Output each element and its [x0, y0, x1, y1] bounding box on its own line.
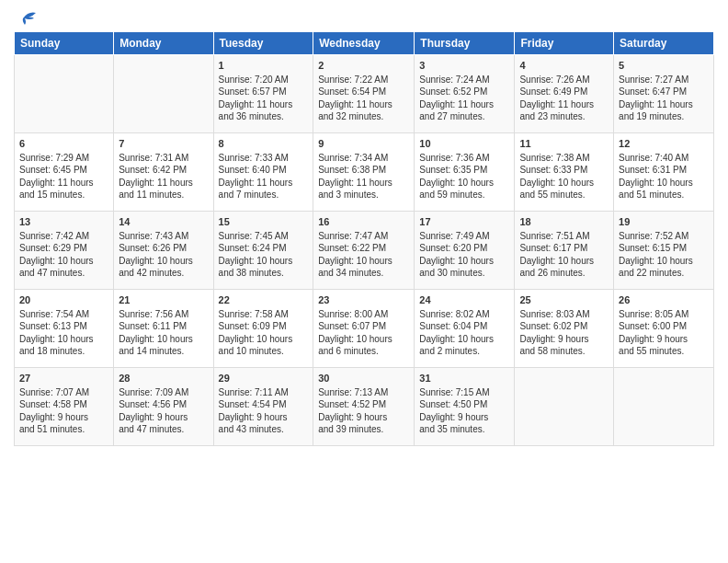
weekday-header-friday: Friday: [515, 32, 614, 55]
cell-line: and 30 minutes.: [419, 267, 509, 280]
calendar-cell: 1Sunrise: 7:20 AMSunset: 6:57 PMDaylight…: [213, 55, 313, 133]
cell-line: Daylight: 9 hours: [19, 411, 108, 424]
cell-line: Sunrise: 7:51 AM: [519, 230, 609, 243]
cell-line: Sunrise: 8:00 AM: [318, 308, 409, 321]
cell-line: Sunset: 4:54 PM: [219, 398, 309, 411]
cell-line: Sunset: 6:20 PM: [419, 242, 509, 255]
calendar-cell: 18Sunrise: 7:51 AMSunset: 6:17 PMDayligh…: [515, 212, 614, 290]
cell-line: Daylight: 10 hours: [519, 177, 609, 190]
calendar-cell: [614, 368, 714, 446]
cell-line: Daylight: 10 hours: [419, 177, 509, 190]
cell-line: Daylight: 9 hours: [619, 333, 709, 346]
cell-line: Sunrise: 8:05 AM: [619, 308, 709, 321]
cell-line: and 42 minutes.: [119, 267, 208, 280]
cell-line: Sunset: 6:29 PM: [19, 242, 108, 255]
calendar-cell: 22Sunrise: 7:58 AMSunset: 6:09 PMDayligh…: [213, 290, 313, 368]
calendar-cell: 19Sunrise: 7:52 AMSunset: 6:15 PMDayligh…: [614, 212, 714, 290]
cell-line: Daylight: 10 hours: [519, 255, 609, 268]
cell-line: Sunrise: 7:40 AM: [619, 152, 709, 165]
cell-line: Daylight: 9 hours: [119, 411, 208, 424]
calendar-cell: 27Sunrise: 7:07 AMSunset: 4:58 PMDayligh…: [15, 368, 114, 446]
header: [14, 9, 714, 24]
calendar-cell: 24Sunrise: 8:02 AMSunset: 6:04 PMDayligh…: [415, 290, 515, 368]
calendar-cell: 30Sunrise: 7:13 AMSunset: 4:52 PMDayligh…: [313, 368, 415, 446]
cell-line: Sunrise: 7:26 AM: [519, 74, 609, 86]
cell-line: Sunrise: 7:13 AM: [318, 386, 409, 399]
cell-line: and 7 minutes.: [219, 189, 309, 201]
cell-line: Daylight: 11 hours: [318, 177, 409, 190]
calendar-cell: 10Sunrise: 7:36 AMSunset: 6:35 PMDayligh…: [415, 133, 515, 212]
calendar-week-4: 20Sunrise: 7:54 AMSunset: 6:13 PMDayligh…: [15, 290, 714, 368]
cell-line: Sunset: 6:02 PM: [519, 320, 609, 333]
day-number: 4: [519, 59, 609, 73]
cell-line: and 51 minutes.: [19, 423, 108, 436]
cell-line: Sunset: 6:42 PM: [119, 164, 208, 177]
cell-line: Sunrise: 7:45 AM: [219, 230, 309, 243]
calendar-cell: 8Sunrise: 7:33 AMSunset: 6:40 PMDaylight…: [213, 133, 313, 212]
day-number: 30: [318, 372, 409, 385]
cell-line: and 11 minutes.: [119, 189, 208, 201]
cell-line: and 32 minutes.: [318, 110, 409, 123]
day-number: 22: [219, 293, 309, 307]
cell-line: and 10 minutes.: [219, 345, 309, 358]
logo-bird-icon: [16, 9, 36, 26]
day-number: 29: [219, 372, 309, 385]
cell-line: and 6 minutes.: [318, 345, 409, 358]
cell-line: Sunrise: 8:02 AM: [419, 308, 509, 321]
day-number: 15: [219, 215, 309, 229]
day-number: 8: [219, 137, 309, 151]
cell-line: Sunset: 6:04 PM: [419, 320, 509, 333]
cell-line: Daylight: 9 hours: [318, 411, 409, 424]
cell-line: Daylight: 10 hours: [318, 333, 409, 346]
cell-line: and 34 minutes.: [318, 267, 409, 280]
cell-line: Sunset: 6:07 PM: [318, 320, 409, 333]
day-number: 16: [318, 215, 409, 229]
cell-line: Sunset: 4:50 PM: [419, 398, 509, 411]
day-number: 26: [619, 293, 709, 307]
day-number: 11: [519, 137, 609, 151]
cell-line: Sunrise: 7:31 AM: [119, 152, 208, 165]
cell-line: Daylight: 11 hours: [318, 98, 409, 111]
cell-line: Daylight: 11 hours: [219, 177, 309, 190]
cell-line: and 18 minutes.: [19, 345, 108, 358]
day-number: 10: [419, 137, 509, 151]
cell-line: Sunrise: 7:34 AM: [318, 152, 409, 165]
day-number: 18: [519, 215, 609, 229]
cell-line: and 51 minutes.: [619, 189, 709, 201]
cell-line: and 2 minutes.: [419, 345, 509, 358]
calendar-cell: 23Sunrise: 8:00 AMSunset: 6:07 PMDayligh…: [313, 290, 415, 368]
day-number: 19: [619, 215, 709, 229]
calendar-cell: 9Sunrise: 7:34 AMSunset: 6:38 PMDaylight…: [313, 133, 415, 212]
calendar-week-2: 6Sunrise: 7:29 AMSunset: 6:45 PMDaylight…: [15, 133, 714, 212]
cell-line: and 27 minutes.: [419, 110, 509, 123]
weekday-header-thursday: Thursday: [415, 32, 515, 55]
cell-line: Sunrise: 7:49 AM: [419, 230, 509, 243]
cell-line: Sunset: 6:40 PM: [219, 164, 309, 177]
day-number: 9: [318, 137, 409, 151]
cell-line: Daylight: 10 hours: [19, 255, 108, 268]
cell-line: Sunset: 6:47 PM: [619, 86, 709, 98]
cell-line: and 58 minutes.: [519, 345, 609, 358]
cell-line: Sunset: 6:11 PM: [119, 320, 208, 333]
cell-line: and 15 minutes.: [19, 189, 108, 201]
cell-line: Daylight: 9 hours: [219, 411, 309, 424]
day-number: 5: [619, 59, 709, 73]
cell-line: Daylight: 10 hours: [318, 255, 409, 268]
day-number: 6: [19, 137, 108, 151]
day-number: 27: [19, 372, 108, 385]
calendar-header-row: SundayMondayTuesdayWednesdayThursdayFrid…: [15, 32, 714, 55]
day-number: 25: [519, 293, 609, 307]
page: SundayMondayTuesdayWednesdayThursdayFrid…: [0, 0, 728, 563]
cell-line: Sunset: 6:09 PM: [219, 320, 309, 333]
calendar-week-5: 27Sunrise: 7:07 AMSunset: 4:58 PMDayligh…: [15, 368, 714, 446]
cell-line: Sunrise: 7:43 AM: [119, 230, 208, 243]
calendar-cell: 21Sunrise: 7:56 AMSunset: 6:11 PMDayligh…: [114, 290, 213, 368]
cell-line: Daylight: 11 hours: [619, 98, 709, 111]
calendar-week-1: 1Sunrise: 7:20 AMSunset: 6:57 PMDaylight…: [15, 55, 714, 133]
calendar-cell: 28Sunrise: 7:09 AMSunset: 4:56 PMDayligh…: [114, 368, 213, 446]
cell-line: and 47 minutes.: [119, 423, 208, 436]
cell-line: Sunset: 6:52 PM: [419, 86, 509, 98]
cell-line: Sunrise: 7:22 AM: [318, 74, 409, 86]
cell-line: Sunset: 6:13 PM: [19, 320, 108, 333]
day-number: 17: [419, 215, 509, 229]
